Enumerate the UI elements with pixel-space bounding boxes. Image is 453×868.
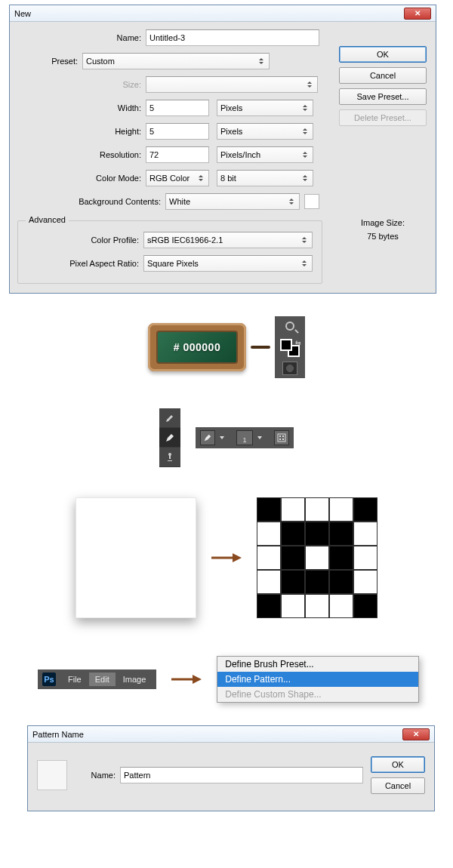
menu-edit[interactable]: Edit <box>89 673 116 686</box>
magnifier-icon <box>285 322 294 331</box>
name-input[interactable] <box>146 29 319 46</box>
par-label: Pixel Aspect Ratio: <box>26 259 143 268</box>
colormode-label: Color Mode: <box>43 174 146 183</box>
dialog-title: New <box>14 9 31 18</box>
preset-value: Custom <box>86 57 115 66</box>
svg-marker-8 <box>193 675 202 684</box>
connector-line <box>251 346 270 349</box>
stamp-tool[interactable] <box>159 448 180 467</box>
chevron-down-icon[interactable] <box>257 436 262 439</box>
hex-value: # 000000 <box>174 341 220 353</box>
titlebar: Pattern Name <box>28 726 434 743</box>
cancel-button[interactable]: Cancel <box>371 777 425 794</box>
delete-preset-button: Delete Preset... <box>339 109 427 126</box>
pattern-preview <box>37 760 67 790</box>
dropdown-icon <box>300 175 310 181</box>
svg-rect-1 <box>279 436 281 437</box>
tool-column <box>159 408 180 467</box>
svg-rect-4 <box>282 439 284 440</box>
width-unit-select[interactable]: Pixels <box>217 100 313 116</box>
menu-define-pattern[interactable]: Define Pattern... <box>217 672 418 687</box>
new-dialog: New ✕ OK Cancel Save Preset... Delete Pr… <box>9 5 436 294</box>
ok-button[interactable]: OK <box>339 46 427 63</box>
tool-options-bar: 1 <box>196 427 294 448</box>
dropdown-icon <box>300 128 310 134</box>
brush-size-value: 1 <box>242 436 246 444</box>
arrow-icon <box>171 673 202 685</box>
brush-size-preview[interactable]: 1 <box>236 430 253 445</box>
edit-submenu: Define Brush Preset... Define Pattern...… <box>217 656 419 703</box>
app-icon: Ps <box>42 673 56 686</box>
fg-color-icon <box>280 339 292 351</box>
resolution-label: Resolution: <box>43 150 146 159</box>
pencil-icon <box>165 432 175 443</box>
stamp-icon <box>165 452 175 463</box>
pencil-tool[interactable] <box>159 428 180 448</box>
preset-label: Preset: <box>17 57 82 66</box>
colorprofile-label: Color Profile: <box>26 235 143 245</box>
dropdown-icon <box>257 58 266 64</box>
close-button[interactable]: ✕ <box>404 8 431 20</box>
chevron-down-icon[interactable] <box>220 436 224 439</box>
svg-rect-2 <box>282 436 284 437</box>
width-input[interactable] <box>146 100 209 116</box>
resolution-unit-select[interactable]: Pixels/Inch <box>217 146 313 163</box>
menu-define-custom-shape: Define Custom Shape... <box>217 687 418 702</box>
pattern-name-dialog: Pattern Name ✕ Name: OK Cancel <box>27 725 435 811</box>
colormode-select[interactable]: RGB Color <box>146 170 209 186</box>
imgsize-value: 75 bytes <box>345 232 421 241</box>
dropdown-icon <box>300 237 309 243</box>
par-select[interactable]: Square Pixels <box>143 255 313 272</box>
save-preset-button[interactable]: Save Preset... <box>339 88 427 105</box>
tool-preset-picker[interactable] <box>200 430 215 445</box>
close-icon: ✕ <box>413 731 419 738</box>
dropdown-icon <box>300 152 310 158</box>
app-menubar: Ps File Edit Image <box>38 669 156 689</box>
zoom-tool[interactable] <box>278 319 302 333</box>
resolution-input[interactable] <box>146 146 209 163</box>
svg-rect-3 <box>279 439 281 440</box>
dialog-title: Pattern Name <box>32 730 84 739</box>
colorprofile-select[interactable]: sRGB IEC61966-2.1 <box>143 232 313 248</box>
height-label: Height: <box>43 127 146 136</box>
svg-marker-6 <box>233 553 242 562</box>
menu-define-brush-preset[interactable]: Define Brush Preset... <box>217 657 418 672</box>
pattern-name-input[interactable] <box>120 767 363 783</box>
titlebar: New <box>10 5 436 22</box>
fg-bg-swatch[interactable]: ⇆ <box>278 336 302 359</box>
pattern-canvas <box>257 497 378 618</box>
blank-canvas <box>76 497 196 618</box>
panel-icon <box>277 433 286 442</box>
pencil-icon <box>203 433 212 442</box>
close-icon: ✕ <box>414 10 421 17</box>
dropdown-icon <box>287 199 296 205</box>
size-select <box>146 76 318 93</box>
ok-button[interactable]: OK <box>371 756 425 773</box>
height-input[interactable] <box>146 123 209 140</box>
brush-panel-toggle[interactable] <box>274 430 289 445</box>
menu-image[interactable]: Image <box>117 673 153 686</box>
width-label: Width: <box>43 103 146 112</box>
preset-select[interactable]: Custom <box>82 53 270 69</box>
advanced-legend: Advanced <box>26 215 69 224</box>
bgcontents-select[interactable]: White <box>165 193 300 210</box>
close-button[interactable]: ✕ <box>402 728 430 740</box>
menu-file[interactable]: File <box>62 673 88 686</box>
color-tool-column: ⇆ <box>275 316 305 378</box>
height-unit-select[interactable]: Pixels <box>217 123 313 140</box>
imgsize-label: Image Size: <box>345 218 421 227</box>
dropdown-icon <box>300 105 310 111</box>
arrow-right <box>211 552 242 564</box>
colordepth-select[interactable]: 8 bit <box>217 170 313 186</box>
svg-rect-0 <box>278 434 285 442</box>
arrow-right <box>171 673 202 685</box>
dropdown-icon <box>305 82 314 88</box>
quickmask-toggle[interactable] <box>278 362 302 375</box>
pattern-name-label: Name: <box>75 771 120 780</box>
brush-icon <box>165 413 175 423</box>
arrow-icon <box>211 552 242 564</box>
bgcolor-swatch[interactable] <box>304 194 319 209</box>
cancel-button[interactable]: Cancel <box>339 67 427 84</box>
size-label: Size: <box>43 80 146 89</box>
brush-tool[interactable] <box>159 408 180 428</box>
